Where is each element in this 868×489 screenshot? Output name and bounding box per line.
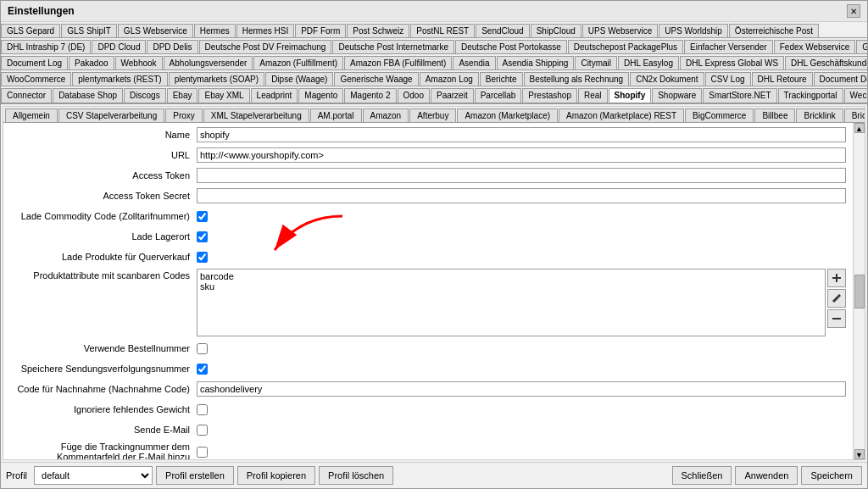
tab-ups-webservice[interactable]: UPS Webservice bbox=[582, 24, 658, 37]
anwenden-button[interactable]: Anwenden bbox=[735, 466, 798, 485]
tab-amazon-log[interactable]: Amazon Log bbox=[420, 72, 479, 86]
tab-amazon-fulfillment[interactable]: Amazon (Fulfillment) bbox=[253, 56, 343, 69]
scroll-up-button[interactable]: ▲ bbox=[854, 123, 865, 133]
tab-postnl-rest[interactable]: PostNL REST bbox=[410, 24, 475, 37]
subtab-billbee[interactable]: Billbee bbox=[754, 108, 795, 122]
sendungsverfolgung-checkbox[interactable] bbox=[197, 364, 208, 375]
profile-select[interactable]: default bbox=[34, 466, 153, 485]
tab-abholungsversender[interactable]: Abholungsversender bbox=[164, 56, 253, 69]
tab-ebay[interactable]: Ebay bbox=[167, 88, 198, 103]
tab-osterreichische-post[interactable]: Österreichische Post bbox=[729, 24, 819, 37]
tab-webhook[interactable]: Webhook bbox=[115, 56, 163, 69]
tab-document-downloader[interactable]: Document Downloader bbox=[814, 72, 867, 86]
tab-pdf-form[interactable]: PDF Form bbox=[295, 24, 346, 37]
profil-kopieren-button[interactable]: Profil kopieren bbox=[237, 466, 315, 485]
tab-gls-webservice[interactable]: GLS Webservice bbox=[118, 24, 193, 37]
tab-fedex-webservice[interactable]: Fedex Webservice bbox=[774, 40, 856, 53]
tab-dpd-delis[interactable]: DPD Delis bbox=[147, 40, 198, 53]
tab-ups-worldship[interactable]: UPS Worldship bbox=[659, 24, 728, 37]
tab-dhl-easylog[interactable]: DHL Easylog bbox=[618, 56, 679, 69]
tab-document-log[interactable]: Document Log bbox=[1, 56, 68, 69]
tab-deutschepost-package[interactable]: Deutschepost PackagePlus bbox=[568, 40, 683, 53]
add-item-button[interactable] bbox=[827, 269, 846, 287]
subtab-allgemein[interactable]: Allgemein bbox=[5, 108, 58, 122]
produktattribute-textarea[interactable]: barcode sku bbox=[197, 269, 826, 336]
tab-connector[interactable]: Connector bbox=[1, 88, 52, 103]
tab-dhl-express-global[interactable]: DHL Express Global WS bbox=[680, 56, 784, 69]
tab-weclapp[interactable]: Weclapp bbox=[844, 88, 867, 103]
subtab-amazon-marketplace[interactable]: Amazon (Marketplace) bbox=[457, 108, 558, 122]
tab-prestashop[interactable]: Prestashop bbox=[522, 88, 577, 103]
bestellnummer-checkbox[interactable] bbox=[197, 343, 208, 354]
tab-discogs[interactable]: Discogs bbox=[124, 88, 166, 103]
tab-database-shop[interactable]: Database Shop bbox=[53, 88, 123, 103]
tab-gls-shipit[interactable]: GLS ShipIT bbox=[61, 24, 117, 37]
subtab-bricklink[interactable]: Bricklink bbox=[796, 108, 843, 122]
tab-ebay-xml[interactable]: Ebay XML bbox=[198, 88, 249, 103]
tab-parcellab[interactable]: Parcellab bbox=[475, 88, 522, 103]
tab-dhl-geschaeftskunden[interactable]: DHL Geschäftskundenversand bbox=[785, 56, 867, 69]
subtab-csv-stapel[interactable]: CSV Stapelverarbeitung bbox=[58, 108, 164, 122]
tab-einfacher-versender[interactable]: Einfacher Versender bbox=[684, 40, 773, 53]
subtab-afterbuy[interactable]: Afterbuy bbox=[409, 108, 456, 122]
subtab-amazon[interactable]: Amazon bbox=[363, 108, 409, 122]
name-input[interactable] bbox=[197, 127, 846, 142]
tab-magento-2[interactable]: Magento 2 bbox=[344, 88, 396, 103]
commodity-code-checkbox[interactable] bbox=[197, 211, 208, 222]
lagerort-checkbox[interactable] bbox=[197, 231, 208, 242]
tab-shipcloud[interactable]: ShipCloud bbox=[531, 24, 581, 37]
nachnahme-input[interactable] bbox=[197, 381, 846, 397]
tab-gls-gepard[interactable]: GLS Gepard bbox=[1, 24, 60, 37]
email-checkbox[interactable] bbox=[197, 425, 208, 436]
tab-gel-express[interactable]: GEL Express bbox=[856, 40, 867, 53]
subtab-xml-stapel[interactable]: XML Stapelverarbeitung bbox=[203, 108, 309, 122]
tab-post-schweiz[interactable]: Post Schweiz bbox=[347, 24, 409, 37]
querverkauf-checkbox[interactable] bbox=[197, 252, 208, 263]
profil-erstellen-button[interactable]: Profil erstellen bbox=[156, 466, 234, 485]
tab-shopify[interactable]: Shopify bbox=[609, 88, 652, 103]
access-token-input[interactable] bbox=[197, 168, 846, 183]
subtab-amazon-marketplace-rest[interactable]: Amazon (Marketplace) REST bbox=[559, 108, 684, 122]
tab-citymail[interactable]: Citymail bbox=[575, 56, 617, 69]
url-input[interactable] bbox=[197, 147, 846, 163]
tab-hermes[interactable]: Hermes bbox=[194, 24, 236, 37]
tab-odoo[interactable]: Odoo bbox=[398, 88, 430, 103]
tab-plentymarkets-rest[interactable]: plentymarkets (REST) bbox=[72, 72, 167, 86]
subtab-brickow[interactable]: Brickow! bbox=[844, 108, 865, 122]
tab-asendia[interactable]: Asendia bbox=[453, 56, 495, 69]
tab-deutsche-post-internet[interactable]: Deutsche Post Internetmarke bbox=[332, 40, 454, 53]
access-token-secret-input[interactable] bbox=[197, 188, 846, 203]
tab-asendia-shipping[interactable]: Asendia Shipping bbox=[497, 56, 575, 69]
tracking-email-checkbox[interactable] bbox=[197, 447, 208, 458]
tab-cn2x-dokument[interactable]: CN2x Dokument bbox=[630, 72, 704, 86]
scroll-down-button[interactable]: ▼ bbox=[854, 449, 865, 459]
tab-paarzeit[interactable]: Paarzeit bbox=[431, 88, 474, 103]
tab-smartstore[interactable]: SmartStore.NET bbox=[703, 88, 776, 103]
tab-woocommerce[interactable]: WooCommerce bbox=[1, 72, 71, 86]
subtab-proxy[interactable]: Proxy bbox=[165, 108, 203, 122]
tab-dpd-cloud[interactable]: DPD Cloud bbox=[92, 40, 146, 53]
schliessen-button[interactable]: Schließen bbox=[672, 466, 732, 485]
tab-dipse-waage[interactable]: Dipse (Waage) bbox=[265, 72, 333, 86]
tab-deutsche-post-porto[interactable]: Deutsche Post Portokasse bbox=[455, 40, 567, 53]
tab-generische-waage[interactable]: Generische Waage bbox=[334, 72, 418, 86]
edit-item-button[interactable] bbox=[827, 289, 846, 308]
tab-amazon-fba[interactable]: Amazon FBA (Fulfillment) bbox=[344, 56, 452, 69]
tab-plentymarkets-soap[interactable]: plentymarkets (SOAP) bbox=[169, 72, 264, 86]
tab-csv-log[interactable]: CSV Log bbox=[705, 72, 751, 86]
tab-berichte[interactable]: Berichte bbox=[480, 72, 523, 86]
subtab-am-portal[interactable]: AM.portal bbox=[310, 108, 362, 122]
gewicht-checkbox[interactable] bbox=[197, 404, 208, 415]
tab-deutsche-post-dv[interactable]: Deutsche Post DV Freimachung bbox=[199, 40, 332, 53]
tab-trackingportal[interactable]: Trackingportal bbox=[778, 88, 843, 103]
subtab-bigcommerce[interactable]: BigCommerce bbox=[685, 108, 754, 122]
tab-sendcloud[interactable]: SendCloud bbox=[476, 24, 529, 37]
tab-leadprint[interactable]: Leadprint bbox=[251, 88, 298, 103]
tab-dhl-intraship[interactable]: DHL Intraship 7 (DE) bbox=[1, 40, 91, 53]
tab-pakadoo[interactable]: Pakadoo bbox=[69, 56, 114, 69]
scroll-thumb[interactable] bbox=[854, 275, 865, 308]
tab-shopware[interactable]: Shopware bbox=[652, 88, 702, 103]
tab-magento[interactable]: Magento bbox=[298, 88, 343, 103]
tab-hermes-hsi[interactable]: Hermes HSI bbox=[236, 24, 294, 37]
speichern-button[interactable]: Speichern bbox=[801, 466, 862, 485]
